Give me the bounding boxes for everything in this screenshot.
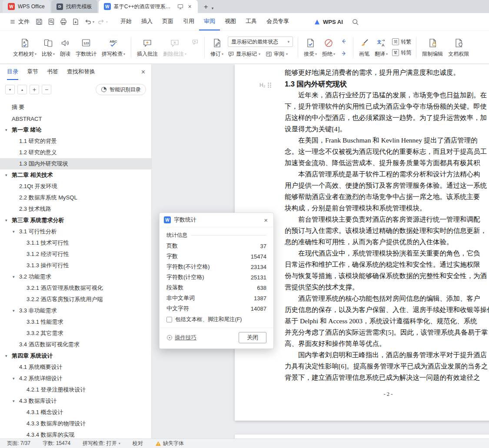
toc-item[interactable]: ▾ 3.2.2 酒店客房预订系统用户端 <box>0 294 151 305</box>
collapse-button[interactable]: ▴ <box>17 85 27 94</box>
file-menu-button[interactable]: 文件 <box>6 18 33 26</box>
show-markup-button[interactable]: 显示标记 ▾ <box>228 50 260 58</box>
toc-item[interactable]: ▾ 2.1Qt 开发环境 <box>0 181 151 192</box>
track-changes-button[interactable]: 修订▾ <box>208 37 226 58</box>
navigation-tab[interactable]: 书签 <box>47 64 58 80</box>
accept-changes-button[interactable]: 接受▾ <box>301 37 319 58</box>
include-footnotes-option[interactable]: 包括文本框、脚注和尾注(F) <box>166 316 266 323</box>
toc-expand-arrow-icon[interactable]: ▾ <box>13 376 19 381</box>
toc-item[interactable]: ▾ 摘 要 <box>0 102 151 113</box>
next-revision-icon[interactable] <box>339 49 348 58</box>
toc-expand-arrow-icon[interactable]: ▾ <box>5 218 12 222</box>
navigation-tab[interactable]: 查找和替换 <box>67 64 95 80</box>
toc-item[interactable]: ▾ 1.2 研究的意义 <box>0 147 151 158</box>
toc-item[interactable]: ▾ 3.2 功能需求 <box>0 271 151 282</box>
close-pane-icon[interactable]: × <box>141 68 145 76</box>
checkbox-unchecked-icon[interactable] <box>166 317 172 322</box>
toc-item[interactable]: ▾ 3.1 可行性分析 <box>0 226 151 237</box>
wps-ai-button[interactable]: WPS AI <box>314 19 343 25</box>
toc-item[interactable]: ▾ 第三章 系统需求分析 <box>0 215 151 226</box>
dialog-close-button[interactable]: 关闭 <box>239 332 266 343</box>
insert-comment-button[interactable]: 插入批注 <box>134 37 160 58</box>
to-traditional-button[interactable]: 简 转繁 <box>392 38 411 46</box>
ribbon-tab[interactable]: 工具 <box>241 13 262 30</box>
toc-item[interactable]: ▾ 1.1 研究的背景 <box>0 136 151 147</box>
tips-link[interactable]: 操作技巧 <box>166 334 196 342</box>
toc-item[interactable]: ▾ 3.3.2 其它需求 <box>0 328 151 339</box>
expand-all-button[interactable]: + <box>30 85 39 94</box>
toc-item[interactable]: ▾ 2.2 数据库系统 MySQL <box>0 192 151 203</box>
toc-expand-arrow-icon[interactable]: ▾ <box>13 399 19 403</box>
ribbon-tab[interactable]: 插入 <box>136 13 157 30</box>
spell-check-indicator[interactable]: 拼写检查: 打开 ▾ <box>83 440 120 447</box>
word-count-button[interactable]: 123 字数统计 <box>73 37 99 58</box>
navigation-tab[interactable]: 章节 <box>27 64 38 80</box>
save-button[interactable] <box>33 16 45 27</box>
print-preview-button[interactable] <box>46 16 57 27</box>
redo-dropdown-chevron-icon[interactable]: ▾ <box>106 20 108 24</box>
toc-item[interactable]: ▾ 3.1.2 经济可行性 <box>0 249 151 260</box>
document-proofread-button[interactable]: A 文档校对▾ <box>10 37 39 58</box>
to-simplified-button[interactable]: 繁 转简 <box>392 49 411 56</box>
dialog-title-bar[interactable]: W 字数统计 × <box>160 213 273 227</box>
toc-item[interactable]: ▾ 4.1 系统概要设计 <box>0 362 151 373</box>
toc-item[interactable]: ▾ 3.1.3 操作可行性 <box>0 260 151 271</box>
read-aloud-button[interactable]: 朗读 <box>57 37 73 58</box>
toc-item[interactable]: ▾ 3.2.1 酒店管理系统数据可视化 <box>0 282 151 294</box>
document-permission-button[interactable]: 文档权限 <box>446 37 472 58</box>
expand-dropdown-button[interactable]: ▾ <box>5 85 15 94</box>
ribbon-tab[interactable]: 开始 <box>116 13 136 30</box>
proofread-indicator[interactable]: 校对 <box>133 440 143 447</box>
toc-item[interactable]: ▾ 第二章 相关技术 <box>0 169 151 181</box>
missing-font-warning[interactable]: 缺失字体 <box>155 440 184 447</box>
tab-active-document[interactable]: W 基于C++的酒店管理系统 毕业 × <box>99 0 198 13</box>
toc-item[interactable]: ▾ 第一章 绪论 <box>0 124 151 136</box>
ribbon-tab[interactable]: 会员专享 <box>262 13 294 30</box>
toc-item[interactable]: ▾ 4.2 系统详细设计 <box>0 373 151 384</box>
toc-item[interactable]: ▾ 3.1.1 技术可行性 <box>0 237 151 249</box>
toc-item[interactable]: ▾ 4.3.3 数据库的物理设计 <box>0 418 151 429</box>
word-count-indicator[interactable]: 字数: 15474 <box>43 440 70 447</box>
pen-button[interactable]: 画笔 <box>356 37 372 58</box>
ribbon-tab[interactable]: 视图 <box>220 13 241 30</box>
toc-expand-arrow-icon[interactable]: ▾ <box>5 354 12 358</box>
previous-comment-icon[interactable] <box>191 38 200 46</box>
compare-button[interactable]: 比较▾ <box>39 37 57 58</box>
toc-item[interactable]: ▾ 2.3 技术线路 <box>0 203 151 215</box>
toc-item[interactable]: ▾ 4.3 数据库设计 <box>0 395 151 407</box>
toc-item[interactable]: ▾ 第四章 系统设计 <box>0 350 151 362</box>
tab-docer-templates[interactable]: D 找稻壳模板 <box>51 0 97 13</box>
tab-list-chevron-icon[interactable]: ▾ <box>212 6 214 13</box>
toc-item[interactable]: ▾ 3.3 非功能需求 <box>0 305 151 316</box>
toc-item[interactable]: ▾ 4.3.4 数据库的实现 <box>0 429 151 438</box>
ribbon-tab[interactable]: 审阅 <box>199 13 220 30</box>
restrict-editing-button[interactable]: 限制编辑 <box>419 37 446 58</box>
toc-expand-arrow-icon[interactable]: ▾ <box>13 275 19 279</box>
markup-state-dropdown[interactable]: 显示标记的最终状态 ▾ <box>228 37 293 47</box>
toc-expand-arrow-icon[interactable]: ▾ <box>13 309 19 313</box>
undo-dropdown-chevron-icon[interactable]: ▾ <box>93 20 94 24</box>
export-pdf-button[interactable] <box>70 16 81 27</box>
next-page-preview[interactable] <box>235 435 489 438</box>
smart-toc-button[interactable]: 智能识别目录 <box>96 84 146 95</box>
page-indicator[interactable]: 页面: 7/37 <box>7 440 30 447</box>
search-icon[interactable] <box>352 18 359 26</box>
toc-item[interactable]: ▾ 4.2.1 登录注册模块设计 <box>0 384 151 395</box>
toc-item[interactable]: ▾ 3.3.1 性能需求 <box>0 316 151 328</box>
collapse-all-button[interactable]: − <box>42 85 51 94</box>
toc-expand-arrow-icon[interactable]: ▾ <box>13 229 19 234</box>
reject-changes-button[interactable]: 拒绝▾ <box>319 37 338 58</box>
toc-item[interactable]: ▾ 3.4 酒店数据可视化需求 <box>0 339 151 350</box>
redo-button[interactable] <box>96 16 107 27</box>
translate-button[interactable]: 文A 翻译▾ <box>372 37 390 58</box>
undo-button[interactable] <box>82 16 93 27</box>
print-button[interactable] <box>58 16 69 27</box>
toc-expand-arrow-icon[interactable]: ▾ <box>5 173 12 177</box>
close-tab-icon[interactable]: × <box>187 3 193 10</box>
navigation-tab[interactable]: 目录 <box>7 64 18 80</box>
drag-handle-icon[interactable] <box>267 82 272 88</box>
ribbon-tab[interactable]: 页面 <box>157 13 178 30</box>
toc-expand-arrow-icon[interactable]: ▾ <box>5 128 12 132</box>
previous-revision-icon[interactable] <box>339 37 348 46</box>
review-pane-button[interactable]: 审阅 ▾ <box>266 50 288 58</box>
